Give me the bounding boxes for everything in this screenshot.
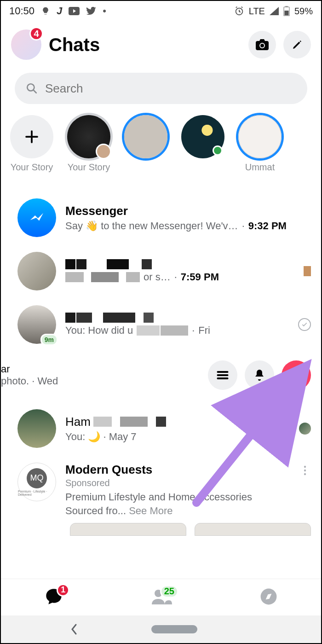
unread-badge: 4	[29, 27, 43, 41]
svg-point-11	[304, 473, 306, 475]
chat-row[interactable]: Ham You: 🌙 · May 7	[1, 396, 321, 458]
activity-badge: 9m	[40, 334, 58, 346]
story-label: Your Story	[11, 162, 53, 173]
chat-time: 7:59 PM	[181, 271, 219, 283]
profile-avatar[interactable]: 4	[11, 29, 41, 60]
story-item[interactable]	[124, 115, 167, 173]
chat-avatar	[17, 252, 56, 290]
status-indicator	[304, 266, 311, 276]
chat-name: Ham	[65, 415, 290, 429]
header: 4 Chats	[1, 21, 321, 63]
nav-chats-badge: 1	[57, 584, 69, 597]
search-input[interactable]	[45, 81, 296, 96]
chat-name-redacted	[65, 259, 294, 269]
chat-preview: You: 🌙 · May 7	[65, 431, 137, 443]
letter-j-icon: J	[57, 5, 62, 17]
camera-button[interactable]	[248, 31, 276, 58]
battery-icon	[283, 6, 290, 16]
svg-point-9	[304, 466, 306, 468]
plus-icon	[23, 128, 40, 145]
system-nav	[1, 615, 321, 643]
svg-rect-3	[285, 6, 288, 7]
story-add[interactable]: Your Story	[10, 115, 53, 173]
chat-name-redacted	[65, 313, 289, 323]
chat-list: Messenger Say 👋 to the new Messenger! We…	[1, 173, 321, 536]
lightbulb-icon	[41, 6, 50, 16]
chat-preview-prefix: You: How did u	[65, 325, 133, 337]
seen-avatar	[299, 423, 311, 435]
delete-action-button[interactable]	[282, 360, 311, 390]
chat-preview-tail: or s…	[144, 271, 171, 283]
alarm-icon	[234, 6, 244, 16]
page-title: Chats	[49, 35, 241, 55]
sponsor-menu-button[interactable]	[299, 463, 311, 517]
story-item[interactable]: Ummat	[238, 115, 282, 173]
chat-row-messenger[interactable]: Messenger Say 👋 to the new Messenger! We…	[1, 194, 321, 247]
pencil-icon	[292, 39, 303, 50]
back-icon[interactable]	[70, 623, 78, 636]
story-label: Your Story	[68, 162, 110, 173]
menu-action-button[interactable]	[208, 360, 237, 390]
svg-point-7	[260, 44, 264, 47]
home-pill[interactable]	[151, 625, 197, 633]
chat-name: Messenger	[65, 204, 311, 218]
trash-icon	[290, 369, 302, 382]
youtube-icon	[69, 7, 80, 15]
nav-people-badge: 25	[160, 585, 178, 598]
svg-point-10	[304, 470, 306, 471]
status-dot-icon: •	[103, 5, 106, 17]
nav-people[interactable]: 25	[151, 589, 172, 606]
search-icon	[26, 82, 38, 94]
swiped-chat-text: ar photo. · Wed	[1, 363, 58, 387]
bottom-nav: 1 25	[1, 579, 321, 615]
search-bar[interactable]	[15, 73, 307, 104]
network-label: LTE	[249, 6, 265, 17]
compose-button[interactable]	[283, 31, 311, 58]
menu-icon	[216, 370, 229, 380]
chat-preview-redacted	[137, 325, 188, 336]
chat-preview-redacted	[65, 272, 140, 282]
twitter-icon	[86, 7, 96, 15]
chat-avatar: 9m	[17, 305, 56, 344]
sponsor-cards[interactable]	[1, 519, 321, 536]
camera-icon	[255, 39, 269, 51]
svg-rect-4	[284, 11, 288, 16]
chat-time: 9:32 PM	[248, 220, 287, 232]
chat-preview: Say 👋 to the new Messenger! We'v…	[65, 220, 238, 232]
messenger-avatar	[17, 198, 56, 237]
status-bar: 10:50 J • LTE 59%	[1, 1, 321, 21]
chat-row[interactable]: or s… · 7:59 PM	[1, 247, 321, 301]
chat-row[interactable]: 9m You: How did u · Fri	[1, 301, 321, 354]
mute-action-button[interactable]	[245, 360, 274, 390]
messenger-icon	[26, 207, 47, 228]
nav-chats[interactable]: 1	[45, 587, 63, 608]
bell-icon	[254, 369, 265, 382]
chat-time: Fri	[198, 325, 210, 337]
signal-icon	[270, 7, 279, 15]
sponsor-avatar: MQ Premium · Lifestyle · Delivered	[17, 463, 56, 501]
check-icon	[301, 321, 308, 328]
sponsor-name: Modern Quests	[65, 463, 290, 477]
story-label: Ummat	[245, 162, 275, 173]
sponsored-row[interactable]: MQ Premium · Lifestyle · Delivered Moder…	[1, 458, 321, 519]
story-item[interactable]: Your Story	[67, 115, 110, 173]
status-time: 10:50	[9, 5, 34, 17]
swiped-chat-row[interactable]: ar photo. · Wed	[1, 354, 321, 396]
nav-discover[interactable]	[260, 588, 277, 607]
chat-avatar	[17, 409, 56, 448]
seen-indicator	[298, 318, 311, 331]
see-more-link[interactable]: See More	[129, 505, 172, 516]
stories-row: Your Story Your Story Ummat	[1, 104, 321, 173]
more-vert-icon	[304, 465, 306, 476]
sponsor-text: Premium Lifestyle and Home Accessories S…	[65, 490, 290, 517]
story-item[interactable]	[181, 115, 224, 173]
sponsored-tag: Sponsored	[65, 478, 290, 488]
battery-pct: 59%	[294, 6, 313, 17]
compass-icon	[260, 588, 277, 605]
